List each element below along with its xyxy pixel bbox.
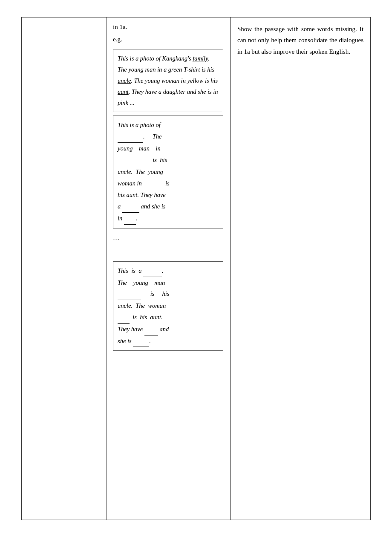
example-box: This is a photo of Kangkang's family. Th… bbox=[113, 49, 223, 112]
gap bbox=[113, 247, 223, 254]
label-in1a: in 1a. bbox=[113, 23, 223, 31]
right-paragraph: Show the passage with some words missing… bbox=[237, 23, 363, 57]
ellipsis: … bbox=[113, 232, 223, 243]
col-right: Show the passage with some words missing… bbox=[231, 17, 370, 520]
right-text: Show the passage with some words missing… bbox=[237, 23, 363, 57]
col-left bbox=[22, 17, 107, 520]
page: in 1a. e.g. This is a photo of Kangkang'… bbox=[0, 0, 392, 555]
label-eg: e.g. bbox=[113, 36, 223, 43]
fill-box-1: This is a photo of . The young man in is… bbox=[113, 116, 223, 228]
col-mid: in 1a. e.g. This is a photo of Kangkang'… bbox=[107, 17, 231, 520]
main-table: in 1a. e.g. This is a photo of Kangkang'… bbox=[21, 17, 371, 520]
fill-box-2: This is a . The young man is his uncle. … bbox=[113, 261, 223, 351]
